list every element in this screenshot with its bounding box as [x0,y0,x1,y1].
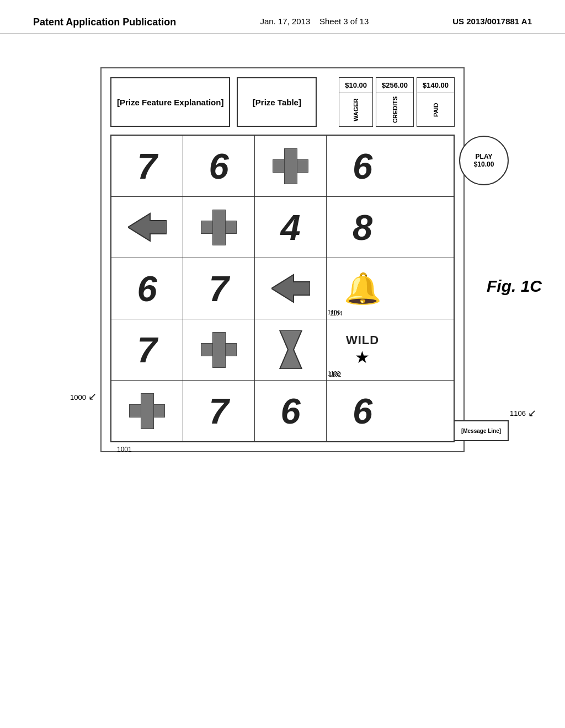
main-panel: [Prize Feature Explanation] [Prize Table… [100,67,465,452]
cell-2-3: 4 [255,197,327,258]
publication-date-sheet: Jan. 17, 2013 Sheet 3 of 13 [260,17,369,26]
diagram-container: 1000 ↙ [Prize Feature Explanation] [Priz… [100,67,465,452]
sym-6a: 6 [209,146,228,187]
cell-5-3: 6 [255,381,327,441]
cross-symbol-2 [201,210,237,245]
sym-6c: 6 [137,268,157,309]
cross-symbol-1 [273,148,308,184]
svg-marker-1 [271,275,310,302]
paid-value: $140.00 [417,78,454,93]
paid-label: PAID [417,93,454,126]
tie-icon [274,330,307,369]
wild-symbol: WILD ★ [346,333,379,367]
game-grid: 7 6 6 [110,135,455,442]
cross-symbol-3 [201,332,237,368]
publication-title: Patent Application Publication [33,17,176,28]
cell-5-2: 7 [183,381,255,441]
sym-8: 8 [353,207,372,248]
page-header: Patent Application Publication Jan. 17, … [0,0,565,34]
cell-4-2 [183,319,255,380]
bell-icon: 🔔 [344,271,382,307]
credits-value: $256.00 [376,78,413,93]
svg-marker-2 [280,330,302,369]
top-section: [Prize Feature Explanation] [Prize Table… [110,77,455,127]
star-icon: ★ [355,347,370,367]
sym-6b: 6 [353,146,372,187]
cell-3-1: 6 [111,258,183,319]
sym-7: 7 [137,146,157,187]
wild-text: WILD [346,333,379,347]
sym-7b: 7 [209,268,228,309]
wager-box: $10.00 WAGER [339,77,373,127]
play-button[interactable]: PLAY $10.00 [459,136,509,185]
fig-label: Fig. 1C [487,277,542,296]
label-1106: 1106 ↙ [510,407,536,419]
grid-row-1: 7 6 6 [111,136,454,197]
cell-3-2: 7 [183,258,255,319]
grid-row-3: 6 7 🔔 1104 [111,258,454,319]
grid-row-2: 4 8 [111,197,454,258]
ref-1001-label: 1001 [117,446,132,453]
arrow-left-icon-2 [271,272,310,305]
ref-label-1104: 1104 [328,309,340,315]
cell-2-2 [183,197,255,258]
publication-number: US 2013/0017881 A1 [452,17,532,26]
sym-7d: 7 [209,390,228,432]
grid-row-5: 7 6 6 [111,381,454,441]
info-boxes-container: $10.00 WAGER $256.00 CREDITS $140.00 PAI… [339,77,455,127]
cell-5-4: 6 [327,381,398,441]
page-content: 1000 ↙ [Prize Feature Explanation] [Priz… [0,34,565,485]
cell-4-3 [255,319,327,380]
prize-table-box: [Prize Table] [237,77,317,127]
wager-value: $10.00 [339,78,372,93]
cell-2-1 [111,197,183,258]
prize-feature-box: [Prize Feature Explanation] [110,77,230,127]
arrow-left-icon [128,211,167,244]
sym-6e: 6 [353,390,372,432]
sym-4: 4 [280,207,300,248]
label-1000: 1000 ↙ [70,390,97,403]
cell-1-1: 7 [111,136,183,196]
sym-7c: 7 [137,329,157,371]
cell-2-4: 8 [327,197,398,258]
credits-label: CREDITS [376,93,413,126]
cell-1-4: 6 [327,136,398,196]
cell-4-1: 7 [111,319,183,380]
paid-box: $140.00 PAID [417,77,455,127]
message-line-box: [Message Line] [454,420,509,441]
ref-label-1102: 1102 [328,371,340,377]
cross-symbol-4 [129,393,165,429]
sym-6d: 6 [280,390,300,432]
cell-1-2: 6 [183,136,255,196]
grid-row-4: 7 [111,319,454,381]
cell-3-3 [255,258,327,319]
cell-1-3 [255,136,327,196]
wager-label: WAGER [339,93,372,126]
svg-marker-0 [128,213,167,241]
credits-box: $256.00 CREDITS [376,77,414,127]
cell-5-1 [111,381,183,441]
